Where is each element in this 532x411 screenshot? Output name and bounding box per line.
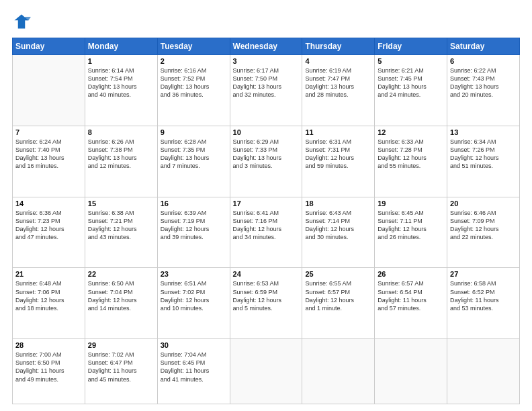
calendar-cell: 10Sunrise: 6:29 AM Sunset: 7:33 PM Dayli…	[230, 126, 302, 197]
calendar-cell: 30Sunrise: 7:04 AM Sunset: 6:45 PM Dayli…	[157, 339, 230, 404]
calendar-cell: 4Sunrise: 6:19 AM Sunset: 7:47 PM Daylig…	[302, 55, 375, 126]
day-number: 8	[88, 128, 154, 136]
day-number: 11	[305, 128, 371, 136]
cell-info: Sunrise: 6:58 AM Sunset: 6:52 PM Dayligh…	[450, 279, 517, 312]
calendar-cell: 19Sunrise: 6:45 AM Sunset: 7:11 PM Dayli…	[375, 197, 447, 268]
cell-info: Sunrise: 6:51 AM Sunset: 7:02 PM Dayligh…	[161, 279, 227, 312]
calendar-cell	[13, 55, 85, 126]
cell-info: Sunrise: 6:33 AM Sunset: 7:28 PM Dayligh…	[378, 138, 444, 171]
calendar-cell: 17Sunrise: 6:41 AM Sunset: 7:16 PM Dayli…	[230, 197, 302, 268]
weekday-header-tuesday: Tuesday	[157, 38, 230, 55]
calendar-cell: 14Sunrise: 6:36 AM Sunset: 7:23 PM Dayli…	[13, 197, 85, 268]
cell-info: Sunrise: 6:55 AM Sunset: 6:57 PM Dayligh…	[305, 279, 371, 312]
calendar-cell: 18Sunrise: 6:43 AM Sunset: 7:14 PM Dayli…	[302, 197, 375, 268]
day-number: 30	[161, 341, 227, 349]
svg-marker-1	[25, 17, 31, 20]
day-number: 15	[88, 199, 154, 208]
cell-info: Sunrise: 6:21 AM Sunset: 7:45 PM Dayligh…	[378, 66, 444, 99]
day-number: 10	[233, 128, 300, 136]
day-number: 19	[378, 199, 444, 208]
cell-info: Sunrise: 6:45 AM Sunset: 7:11 PM Dayligh…	[378, 209, 444, 242]
week-row-1: 1Sunrise: 6:14 AM Sunset: 7:54 PM Daylig…	[13, 55, 520, 126]
day-number: 21	[15, 270, 82, 278]
day-number: 22	[88, 270, 154, 278]
day-number: 23	[161, 270, 227, 278]
calendar-cell: 9Sunrise: 6:28 AM Sunset: 7:35 PM Daylig…	[157, 126, 230, 197]
cell-info: Sunrise: 6:22 AM Sunset: 7:43 PM Dayligh…	[450, 66, 517, 99]
week-row-2: 7Sunrise: 6:24 AM Sunset: 7:40 PM Daylig…	[13, 126, 520, 197]
weekday-header-sunday: Sunday	[13, 38, 85, 55]
day-number: 6	[450, 57, 517, 65]
calendar-cell: 29Sunrise: 7:02 AM Sunset: 6:47 PM Dayli…	[85, 339, 157, 404]
logo	[12, 12, 34, 31]
weekday-header-wednesday: Wednesday	[230, 38, 302, 55]
day-number: 18	[305, 199, 371, 208]
calendar-cell: 1Sunrise: 6:14 AM Sunset: 7:54 PM Daylig…	[85, 55, 157, 126]
calendar-cell	[302, 339, 375, 404]
calendar-cell: 22Sunrise: 6:50 AM Sunset: 7:04 PM Dayli…	[85, 268, 157, 339]
calendar-cell: 7Sunrise: 6:24 AM Sunset: 7:40 PM Daylig…	[13, 126, 85, 197]
week-row-4: 21Sunrise: 6:48 AM Sunset: 7:06 PM Dayli…	[13, 268, 520, 339]
day-number: 14	[15, 199, 82, 208]
calendar-cell	[447, 339, 520, 404]
logo-icon	[12, 12, 31, 31]
cell-info: Sunrise: 6:19 AM Sunset: 7:47 PM Dayligh…	[305, 66, 371, 99]
cell-info: Sunrise: 6:39 AM Sunset: 7:19 PM Dayligh…	[161, 209, 227, 242]
calendar-cell: 3Sunrise: 6:17 AM Sunset: 7:50 PM Daylig…	[230, 55, 302, 126]
cell-info: Sunrise: 6:48 AM Sunset: 7:06 PM Dayligh…	[15, 279, 82, 312]
header	[12, 12, 520, 31]
cell-info: Sunrise: 6:24 AM Sunset: 7:40 PM Dayligh…	[15, 138, 82, 171]
weekday-header-friday: Friday	[375, 38, 447, 55]
cell-info: Sunrise: 6:16 AM Sunset: 7:52 PM Dayligh…	[161, 66, 227, 99]
cell-info: Sunrise: 6:14 AM Sunset: 7:54 PM Dayligh…	[88, 66, 154, 99]
calendar-cell: 15Sunrise: 6:38 AM Sunset: 7:21 PM Dayli…	[85, 197, 157, 268]
week-row-3: 14Sunrise: 6:36 AM Sunset: 7:23 PM Dayli…	[13, 197, 520, 268]
day-number: 28	[15, 341, 82, 349]
cell-info: Sunrise: 6:57 AM Sunset: 6:54 PM Dayligh…	[378, 279, 444, 312]
cell-info: Sunrise: 6:46 AM Sunset: 7:09 PM Dayligh…	[450, 209, 517, 242]
cell-info: Sunrise: 6:36 AM Sunset: 7:23 PM Dayligh…	[15, 209, 82, 242]
day-number: 5	[378, 57, 444, 65]
calendar-cell	[230, 339, 302, 404]
cell-info: Sunrise: 7:00 AM Sunset: 6:50 PM Dayligh…	[15, 351, 82, 383]
calendar-cell: 12Sunrise: 6:33 AM Sunset: 7:28 PM Dayli…	[375, 126, 447, 197]
calendar-cell: 23Sunrise: 6:51 AM Sunset: 7:02 PM Dayli…	[157, 268, 230, 339]
cell-info: Sunrise: 6:26 AM Sunset: 7:38 PM Dayligh…	[88, 138, 154, 171]
cell-info: Sunrise: 6:50 AM Sunset: 7:04 PM Dayligh…	[88, 279, 154, 312]
cell-info: Sunrise: 6:53 AM Sunset: 6:59 PM Dayligh…	[233, 279, 300, 312]
day-number: 29	[88, 341, 154, 349]
day-number: 3	[233, 57, 300, 65]
calendar-cell: 5Sunrise: 6:21 AM Sunset: 7:45 PM Daylig…	[375, 55, 447, 126]
calendar-cell: 6Sunrise: 6:22 AM Sunset: 7:43 PM Daylig…	[447, 55, 520, 126]
day-number: 20	[450, 199, 517, 208]
day-number: 2	[161, 57, 227, 65]
cell-info: Sunrise: 6:34 AM Sunset: 7:26 PM Dayligh…	[450, 138, 517, 171]
cell-info: Sunrise: 6:31 AM Sunset: 7:31 PM Dayligh…	[305, 138, 371, 171]
day-number: 4	[305, 57, 371, 65]
day-number: 1	[88, 57, 154, 65]
weekday-header-thursday: Thursday	[302, 38, 375, 55]
day-number: 13	[450, 128, 517, 136]
day-number: 26	[378, 270, 444, 278]
cell-info: Sunrise: 7:02 AM Sunset: 6:47 PM Dayligh…	[88, 351, 154, 383]
calendar-cell: 27Sunrise: 6:58 AM Sunset: 6:52 PM Dayli…	[447, 268, 520, 339]
day-number: 7	[15, 128, 82, 136]
calendar-cell: 24Sunrise: 6:53 AM Sunset: 6:59 PM Dayli…	[230, 268, 302, 339]
cell-info: Sunrise: 6:28 AM Sunset: 7:35 PM Dayligh…	[161, 138, 227, 171]
calendar-cell: 28Sunrise: 7:00 AM Sunset: 6:50 PM Dayli…	[13, 339, 85, 404]
week-row-5: 28Sunrise: 7:00 AM Sunset: 6:50 PM Dayli…	[13, 339, 520, 404]
cell-info: Sunrise: 7:04 AM Sunset: 6:45 PM Dayligh…	[161, 351, 227, 383]
day-number: 24	[233, 270, 300, 278]
calendar-cell: 21Sunrise: 6:48 AM Sunset: 7:06 PM Dayli…	[13, 268, 85, 339]
svg-marker-0	[15, 15, 29, 29]
cell-info: Sunrise: 6:43 AM Sunset: 7:14 PM Dayligh…	[305, 209, 371, 242]
cell-info: Sunrise: 6:41 AM Sunset: 7:16 PM Dayligh…	[233, 209, 300, 242]
calendar-cell: 2Sunrise: 6:16 AM Sunset: 7:52 PM Daylig…	[157, 55, 230, 126]
calendar-cell: 20Sunrise: 6:46 AM Sunset: 7:09 PM Dayli…	[447, 197, 520, 268]
weekday-header-monday: Monday	[85, 38, 157, 55]
calendar-cell: 13Sunrise: 6:34 AM Sunset: 7:26 PM Dayli…	[447, 126, 520, 197]
cell-info: Sunrise: 6:38 AM Sunset: 7:21 PM Dayligh…	[88, 209, 154, 242]
cell-info: Sunrise: 6:29 AM Sunset: 7:33 PM Dayligh…	[233, 138, 300, 171]
weekday-header-row: SundayMondayTuesdayWednesdayThursdayFrid…	[13, 38, 520, 55]
day-number: 25	[305, 270, 371, 278]
